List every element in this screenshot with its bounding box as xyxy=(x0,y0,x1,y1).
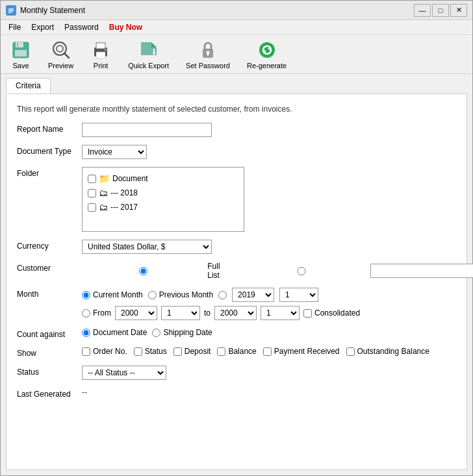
folder-checkbox-2018[interactable] xyxy=(88,189,96,197)
toolbar: Save Preview Prin xyxy=(1,35,472,74)
customer-radio-full[interactable] xyxy=(82,267,205,275)
month-radio-previous[interactable] xyxy=(148,291,157,299)
month-current-row: Current Month xyxy=(82,290,143,299)
title-bar: Monthly Statement — □ ✕ xyxy=(1,1,472,20)
show-payment-received: Payment Received xyxy=(263,347,340,356)
svg-line-10 xyxy=(64,53,69,58)
show-order-no: Order No. xyxy=(82,347,127,356)
last-generated-value: -- xyxy=(82,388,87,397)
month-previous-label: Previous Month xyxy=(159,290,213,299)
to-month-select[interactable]: 1 xyxy=(261,306,300,320)
save-button[interactable]: Save xyxy=(5,36,37,73)
customer-radio-select[interactable] xyxy=(236,267,366,275)
set-password-label: Set Password xyxy=(186,62,230,69)
window-controls: — □ ✕ xyxy=(414,4,467,17)
show-outstanding-balance-checkbox[interactable] xyxy=(346,347,355,356)
month-specific-row xyxy=(218,291,227,299)
menu-buynow[interactable]: Buy Now xyxy=(104,21,147,33)
menu-password[interactable]: Password xyxy=(59,21,104,33)
document-type-row: Document Type Invoice Estimate Purchase … xyxy=(17,145,456,159)
maximize-button[interactable]: □ xyxy=(432,4,449,17)
month-previous-row: Previous Month xyxy=(148,290,213,299)
from-year-select[interactable]: 2000 xyxy=(115,306,157,320)
title-bar-left: Monthly Statement xyxy=(6,5,85,16)
from-month-select[interactable]: 1 xyxy=(161,306,200,320)
count-doc-date-radio[interactable] xyxy=(82,329,90,337)
print-icon xyxy=(90,40,111,60)
app-icon xyxy=(6,5,16,16)
customer-radio-select-row xyxy=(236,267,366,275)
month-radio-from[interactable] xyxy=(82,309,90,318)
show-payment-received-checkbox[interactable] xyxy=(263,347,272,356)
folder-checkbox-2017[interactable] xyxy=(88,203,96,212)
set-password-icon xyxy=(198,40,218,60)
folder-icon-2018: 🗂 xyxy=(99,188,108,198)
month-radio-current[interactable] xyxy=(82,291,90,299)
tab-criteria[interactable]: Criteria xyxy=(6,78,51,94)
show-status: Status xyxy=(134,347,167,356)
show-deposit-checkbox[interactable] xyxy=(173,347,182,356)
month-year-select[interactable]: 2019 2018 2020 xyxy=(232,288,274,302)
month-radio-group: Current Month Previous Month 2019 2018 2… xyxy=(82,288,456,302)
report-name-control xyxy=(82,123,456,137)
last-generated-label: Last Generated xyxy=(17,388,82,399)
document-type-control: Invoice Estimate Purchase Order xyxy=(82,145,456,159)
to-label: to xyxy=(204,308,211,318)
menu-export[interactable]: Export xyxy=(26,21,59,33)
to-year-select[interactable]: 2000 xyxy=(214,306,257,320)
minimize-button[interactable]: — xyxy=(414,4,431,17)
folder-icon-document: 📁 xyxy=(99,173,110,184)
svg-point-9 xyxy=(57,45,63,52)
customer-name-input[interactable] xyxy=(370,264,473,278)
count-against-row: Count against Document Date Shipping Dat… xyxy=(17,328,456,339)
svg-rect-15 xyxy=(141,42,151,55)
content-area: This report will generate monthly statem… xyxy=(6,94,467,470)
show-status-label: Status xyxy=(145,347,167,356)
count-against-label: Count against xyxy=(17,328,82,339)
quick-export-icon xyxy=(138,40,159,60)
show-status-checkbox[interactable] xyxy=(134,347,142,356)
folder-checkbox-document[interactable] xyxy=(88,175,96,183)
menu-file[interactable]: File xyxy=(3,21,26,33)
report-name-label: Report Name xyxy=(17,123,82,134)
svg-rect-7 xyxy=(17,43,18,47)
regenerate-icon xyxy=(257,40,277,60)
main-window: Monthly Statement — □ ✕ File Export Pass… xyxy=(0,0,473,476)
print-button[interactable]: Print xyxy=(84,36,117,73)
folder-item-document: 📁 Document xyxy=(86,171,240,186)
set-password-button[interactable]: Set Password xyxy=(180,36,236,73)
month-month-select[interactable]: 1 2 3 xyxy=(279,288,318,302)
consolidated-checkbox[interactable] xyxy=(303,309,312,318)
last-generated-control: -- xyxy=(82,388,456,397)
month-radio-specific[interactable] xyxy=(218,291,227,299)
folder-label-2017: --- 2017 xyxy=(110,203,138,212)
svg-rect-6 xyxy=(15,50,27,56)
save-icon xyxy=(10,40,31,60)
close-button[interactable]: ✕ xyxy=(450,4,467,17)
window-title: Monthly Statement xyxy=(20,6,85,15)
show-balance-label: Balance xyxy=(228,347,256,356)
folder-label: Folder xyxy=(17,167,82,178)
currency-select[interactable]: United States Dollar, $ Euro, € British … xyxy=(82,240,212,254)
count-doc-date-row: Document Date xyxy=(82,328,147,337)
description-text: This report will generate monthly statem… xyxy=(17,105,456,114)
count-ship-date-radio[interactable] xyxy=(152,329,160,337)
month-control: Current Month Previous Month 2019 2018 2… xyxy=(82,288,456,320)
customer-label: Customer xyxy=(17,262,82,273)
document-type-select[interactable]: Invoice Estimate Purchase Order xyxy=(82,145,147,159)
preview-button[interactable]: Preview xyxy=(42,36,79,73)
regenerate-button[interactable]: Re-generate xyxy=(241,36,292,73)
customer-radio-full-row: Full List xyxy=(82,262,233,280)
status-select[interactable]: -- All Status -- Paid Unpaid Overdue xyxy=(82,366,166,380)
report-name-input[interactable] xyxy=(82,123,212,137)
show-balance-checkbox[interactable] xyxy=(217,347,225,356)
customer-full-label: Full List xyxy=(207,262,233,280)
quick-export-button[interactable]: Quick Export xyxy=(122,36,175,73)
show-label: Show xyxy=(17,347,82,358)
regenerate-label: Re-generate xyxy=(247,62,287,69)
show-order-no-checkbox[interactable] xyxy=(82,347,90,356)
save-label: Save xyxy=(12,62,29,69)
customer-row: Customer Full List Load from Customer Li… xyxy=(17,262,456,280)
month-current-label: Current Month xyxy=(93,290,143,299)
count-against-radio-group: Document Date Shipping Date xyxy=(82,328,456,337)
